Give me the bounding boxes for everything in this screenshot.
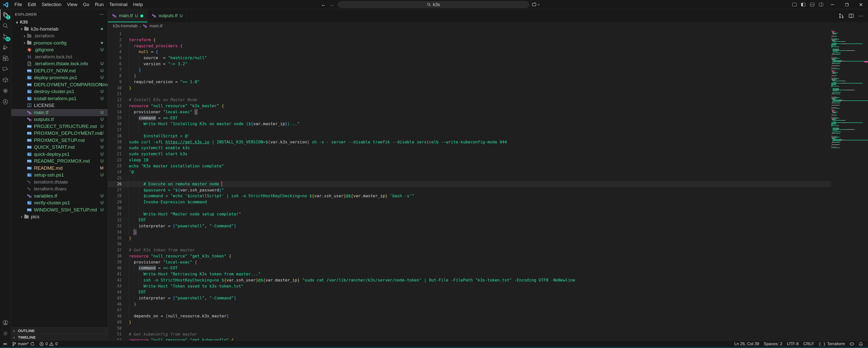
code-line-42[interactable]: 42ssh -o StrictHostKeyChecking=no ${var.… xyxy=(108,277,831,283)
tab-main.tf[interactable]: main.tfU xyxy=(108,9,148,22)
tree-item-DEPLOYMENT_COMPARISON.md[interactable]: DEPLOYMENT_COMPARISON.mdU xyxy=(11,81,107,88)
code-line-33[interactable]: 33interpreter = ["powershell", "-Command… xyxy=(108,223,831,229)
activity-run-debug-icon[interactable] xyxy=(0,42,11,53)
code-line-46[interactable]: 46} xyxy=(108,301,831,307)
code-line-18[interactable]: 18$installScript = @' xyxy=(108,133,831,139)
activity-circle-a-icon[interactable] xyxy=(0,96,11,107)
code-line-40[interactable]: 40command = <<-EOT xyxy=(108,265,831,271)
toggle-primary-sidebar-icon[interactable] xyxy=(801,3,805,6)
language-status[interactable]: { } Terraform xyxy=(816,341,847,347)
tree-item-.gitignore[interactable]: .gitignoreU xyxy=(11,46,107,54)
notifications-bell[interactable] xyxy=(856,341,865,347)
activity-kubernetes-icon[interactable] xyxy=(0,85,11,96)
code-line-17[interactable]: 17 xyxy=(108,127,831,133)
customize-layout-icon[interactable] xyxy=(792,3,797,6)
tree-item-PROXMOX_DEPLOYMENT.md[interactable]: PROXMOX_DEPLOYMENT.mdU xyxy=(11,130,107,137)
code-line-36[interactable]: 36 xyxy=(108,241,831,247)
tree-item-terraform.tfstate[interactable]: terraform.tfstate xyxy=(11,179,107,186)
code-line-28[interactable]: 28$command = "echo '$installScript' | ss… xyxy=(108,193,831,199)
cursor-position-status[interactable]: Ln 26, Col 39 xyxy=(732,341,762,347)
code-line-15[interactable]: 15command = <<-EOT xyxy=(108,115,831,121)
code-line-6[interactable]: 6version = "~> 3.2" xyxy=(108,61,831,67)
activity-docker-icon[interactable] xyxy=(0,75,11,85)
tree-item-variables.tf[interactable]: variables.tfU xyxy=(11,193,107,200)
tree-item-LICENSE[interactable]: LICENSE xyxy=(11,102,107,109)
code-line-35[interactable]: 35} xyxy=(108,235,831,241)
code-line-48[interactable]: 48depends_on = [null_resource.k3s_master… xyxy=(108,313,831,319)
activity-source-control-icon[interactable]: 22 xyxy=(0,31,11,42)
code-line-10[interactable]: 10} xyxy=(108,85,831,91)
code-line-37[interactable]: 37# Get K3s token from master xyxy=(108,247,831,253)
code-line-32[interactable]: 32EOT xyxy=(108,217,831,223)
menu-edit[interactable]: Edit xyxy=(25,1,39,8)
breadcrumb-file[interactable]: main.tf xyxy=(149,24,162,29)
code-line-30[interactable]: 30 xyxy=(108,205,831,211)
eol-status[interactable]: CRLF xyxy=(801,341,816,347)
code-line-25[interactable]: 25 xyxy=(108,175,831,181)
code-line-38[interactable]: 38resource "null_resource" "get_k3s_toke… xyxy=(108,253,831,259)
indentation-status[interactable]: Spaces: 2 xyxy=(762,341,784,347)
tree-item-QUICK_START.md[interactable]: QUICK_START.mdU xyxy=(11,144,107,151)
code-line-22[interactable]: 22sleep 10 xyxy=(108,157,831,163)
problems-status[interactable]: 0 0 xyxy=(37,341,60,347)
panel-timeline[interactable]: ›TIMELINE xyxy=(11,334,107,340)
activity-settings-icon[interactable] xyxy=(0,328,11,339)
activity-extensions-icon[interactable] xyxy=(0,53,11,64)
tree-item-terraform.tfvars[interactable]: terraform.tfvars xyxy=(11,186,107,193)
code-line-21[interactable]: 21sudo systemctl start k3s xyxy=(108,151,831,157)
minimap[interactable] xyxy=(831,30,864,340)
tree-item-WINDOWS_SSH_SETUP.md[interactable]: WINDOWS_SSH_SETUP.mdU xyxy=(11,206,107,213)
tree-item-setup-ssh.ps1[interactable]: setup-ssh.ps1U xyxy=(11,172,107,179)
tree-root[interactable]: ∨ K3S xyxy=(11,19,107,26)
code-line-5[interactable]: 5source = "hashicorp/null" xyxy=(108,55,831,61)
remote-indicator[interactable]: >< xyxy=(0,341,10,347)
code-line-9[interactable]: 9required_version = ">= 1.0" xyxy=(108,79,831,85)
code-line-1[interactable]: 1 xyxy=(108,31,831,37)
menu-help[interactable]: Help xyxy=(130,1,146,8)
activity-explorer-icon[interactable]: 1 xyxy=(0,9,11,20)
breadcrumb-folder[interactable]: k3s-homelab xyxy=(113,24,137,29)
split-editor-icon[interactable] xyxy=(848,13,854,19)
code-line-12[interactable]: 12# Install K3s on Master Node xyxy=(108,97,831,103)
tree-item-install-terraform.ps1[interactable]: install-terraform.ps1U xyxy=(11,95,107,102)
menu-selection[interactable]: Selection xyxy=(39,1,64,8)
tab-outputs.tf[interactable]: outputs.tfU xyxy=(148,9,187,22)
tree-item-README_PROXMOX.md[interactable]: README_PROXMOX.mdU xyxy=(11,158,107,165)
activity-chat-icon[interactable] xyxy=(0,64,11,75)
tree-item-verify-cluster.ps1[interactable]: verify-cluster.ps1U xyxy=(11,200,107,207)
minimize-button[interactable]: ─ xyxy=(826,0,840,9)
code-line-2[interactable]: 2terraform { xyxy=(108,37,831,43)
code-line-11[interactable]: 11 xyxy=(108,91,831,97)
code-line-29[interactable]: 29Invoke-Expression $command xyxy=(108,199,831,205)
tree-item-deploy-proxmox.ps1[interactable]: deploy-proxmox.ps1U xyxy=(11,74,107,81)
tree-item-.terraform[interactable]: ›.terraform xyxy=(11,33,107,40)
tree-item-PROXMOX_SETUP.md[interactable]: PROXMOX_SETUP.mdU xyxy=(11,137,107,144)
menu-view[interactable]: View xyxy=(64,1,80,8)
editor-more-actions-icon[interactable]: ⋯ xyxy=(858,13,863,19)
toggle-secondary-sidebar-icon[interactable] xyxy=(819,3,823,6)
code-line-3[interactable]: 3required_providers { xyxy=(108,43,831,49)
tree-item-PROJECT_STRUCTURE.md[interactable]: PROJECT_STRUCTURE.mdU xyxy=(11,123,107,130)
code-line-16[interactable]: 16Write-Host "Installing K3s on master n… xyxy=(108,121,831,127)
code-line-49[interactable]: 49} xyxy=(108,319,831,325)
explorer-more-actions-icon[interactable]: ⋯ xyxy=(99,11,104,17)
copilot-menu[interactable] xyxy=(532,2,540,7)
open-changes-icon[interactable] xyxy=(839,13,844,19)
encoding-status[interactable]: UTF-8 xyxy=(784,341,801,347)
tree-item-DEPLOY_NOW.md[interactable]: DEPLOY_NOW.mdU xyxy=(11,67,107,74)
back-arrow-icon[interactable]: ← xyxy=(319,1,328,8)
command-center-search[interactable]: k3s xyxy=(338,1,529,8)
modified-dot-icon[interactable] xyxy=(140,14,143,18)
code-line-41[interactable]: 41Write-Host "Retrieving K3s token from … xyxy=(108,271,831,277)
tree-item-pics[interactable]: ›pics xyxy=(11,213,107,220)
code-line-31[interactable]: 31Write-Host "Master node setup complete… xyxy=(108,211,831,217)
code-line-26[interactable]: 26# Execute on remote master node xyxy=(108,181,831,187)
tree-item-.terraform.lock.hcl[interactable]: .terraform.lock.hcl xyxy=(11,54,107,61)
code-line-51[interactable]: 51# Get kubeconfig from master xyxy=(108,331,831,337)
activity-accounts-icon[interactable] xyxy=(0,317,11,328)
code-line-50[interactable]: 50 xyxy=(108,325,831,331)
code-line-47[interactable]: 47 xyxy=(108,307,831,313)
code-line-45[interactable]: 45interpreter = ["powershell", "-Command… xyxy=(108,295,831,301)
code-line-52[interactable]: 52resource "null_resource" "get_kubeconf… xyxy=(108,337,831,340)
panel-outline[interactable]: ›OUTLINE xyxy=(11,327,107,334)
